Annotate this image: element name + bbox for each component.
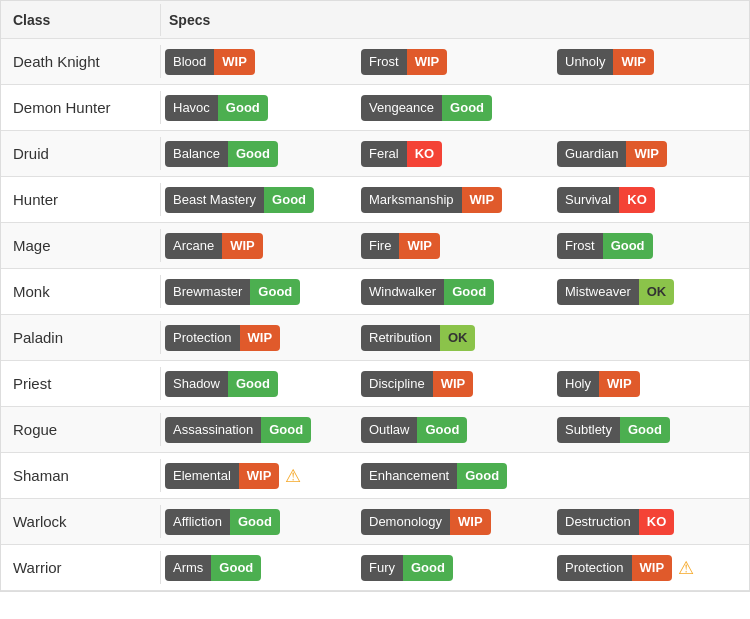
spec-name-label: Frost: [557, 233, 603, 259]
specs-wrapper: AssassinationGoodOutlawGoodSubtletyGood: [161, 415, 749, 445]
spec-status-badge: Good: [211, 555, 261, 581]
spec-name-label: Discipline: [361, 371, 433, 397]
spec-cell: HavocGood: [161, 93, 357, 123]
spec-status-badge: WIP: [239, 463, 280, 489]
spec-status-badge: Good: [230, 509, 280, 535]
spec-cell: DisciplineWIP: [357, 369, 553, 399]
spec-badge: UnholyWIP: [557, 49, 654, 75]
spec-status-badge: Good: [218, 95, 268, 121]
spec-name-label: Frost: [361, 49, 407, 75]
spec-cell: BalanceGood: [161, 139, 357, 169]
spec-badge: AfflictionGood: [165, 509, 280, 535]
spec-cell: UnholyWIP: [553, 47, 749, 77]
spec-badge: RetributionOK: [361, 325, 475, 351]
spec-cell: FuryGood: [357, 553, 553, 583]
spec-name-label: Survival: [557, 187, 619, 213]
specs-wrapper: HavocGoodVengeanceGood: [161, 93, 749, 123]
spec-badge: BrewmasterGood: [165, 279, 300, 305]
spec-status-badge: WIP: [462, 187, 503, 213]
spec-badge: DisciplineWIP: [361, 371, 473, 397]
spec-name-label: Havoc: [165, 95, 218, 121]
spec-cell: FrostGood: [553, 231, 749, 261]
spec-name-label: Arms: [165, 555, 211, 581]
spec-status-badge: Good: [250, 279, 300, 305]
spec-name-label: Demonology: [361, 509, 450, 535]
spec-name-label: Holy: [557, 371, 599, 397]
spec-cell: SurvivalKO: [553, 185, 749, 215]
spec-cell: AfflictionGood: [161, 507, 357, 537]
spec-badge: MarksmanshipWIP: [361, 187, 502, 213]
spec-name-label: Windwalker: [361, 279, 444, 305]
spec-cell: ElementalWIP⚠: [161, 461, 357, 491]
spec-badge: BloodWIP: [165, 49, 255, 75]
spec-badge: FrostWIP: [361, 49, 447, 75]
spec-status-badge: OK: [440, 325, 476, 351]
spec-cell: VengeanceGood: [357, 93, 553, 123]
spec-status-badge: WIP: [450, 509, 491, 535]
spec-cell: MarksmanshipWIP: [357, 185, 553, 215]
spec-status-badge: Good: [261, 417, 311, 443]
class-name: Death Knight: [1, 45, 161, 78]
spec-cell: GuardianWIP: [553, 139, 749, 169]
spec-name-label: Fire: [361, 233, 399, 259]
specs-wrapper: ShadowGoodDisciplineWIPHolyWIP: [161, 369, 749, 399]
spec-name-label: Balance: [165, 141, 228, 167]
class-name: Warlock: [1, 505, 161, 538]
spec-badge: FeralKO: [361, 141, 442, 167]
spec-status-badge: Good: [228, 141, 278, 167]
spec-badge: FuryGood: [361, 555, 453, 581]
spec-name-label: Enhancement: [361, 463, 457, 489]
specs-wrapper: Beast MasteryGoodMarksmanshipWIPSurvival…: [161, 185, 749, 215]
spec-name-label: Brewmaster: [165, 279, 250, 305]
specs-wrapper: ArcaneWIPFireWIPFrostGood: [161, 231, 749, 261]
spec-cell: ArcaneWIP: [161, 231, 357, 261]
spec-cell: AssassinationGood: [161, 415, 357, 445]
spec-name-label: Destruction: [557, 509, 639, 535]
spec-status-badge: Good: [620, 417, 670, 443]
table-row: Death KnightBloodWIPFrostWIPUnholyWIP: [1, 39, 749, 85]
class-name: Paladin: [1, 321, 161, 354]
spec-status-badge: KO: [407, 141, 443, 167]
spec-cell: FireWIP: [357, 231, 553, 261]
spec-cell: DemonologyWIP: [357, 507, 553, 537]
spec-status-badge: Good: [603, 233, 653, 259]
spec-name-label: Guardian: [557, 141, 626, 167]
spec-name-label: Elemental: [165, 463, 239, 489]
spec-status-badge: Good: [442, 95, 492, 121]
spec-status-badge: WIP: [399, 233, 440, 259]
spec-badge: HavocGood: [165, 95, 268, 121]
spec-cell: ShadowGood: [161, 369, 357, 399]
spec-badge: FireWIP: [361, 233, 440, 259]
spec-cell: ProtectionWIP⚠: [553, 553, 749, 583]
spec-status-badge: WIP: [240, 325, 281, 351]
table-row: ShamanElementalWIP⚠EnhancementGood: [1, 453, 749, 499]
spec-cell: SubtletyGood: [553, 415, 749, 445]
spec-name-label: Marksmanship: [361, 187, 462, 213]
specs-wrapper: BloodWIPFrostWIPUnholyWIP: [161, 47, 749, 77]
specs-wrapper: AfflictionGoodDemonologyWIPDestructionKO: [161, 507, 749, 537]
class-name: Priest: [1, 367, 161, 400]
spec-name-label: Affliction: [165, 509, 230, 535]
spec-status-badge: Good: [457, 463, 507, 489]
header-class: Class: [1, 4, 161, 36]
spec-cell: MistweaverOK: [553, 277, 749, 307]
specs-wrapper: ArmsGoodFuryGoodProtectionWIP⚠: [161, 553, 749, 583]
class-name: Mage: [1, 229, 161, 262]
table-row: WarriorArmsGoodFuryGoodProtectionWIP⚠: [1, 545, 749, 591]
spec-badge: DestructionKO: [557, 509, 674, 535]
specs-wrapper: BalanceGoodFeralKOGuardianWIP: [161, 139, 749, 169]
table-row: RogueAssassinationGoodOutlawGoodSubtlety…: [1, 407, 749, 453]
spec-badge: WindwalkerGood: [361, 279, 494, 305]
spec-cell: ProtectionWIP: [161, 323, 357, 353]
spec-name-label: Unholy: [557, 49, 613, 75]
class-name: Warrior: [1, 551, 161, 584]
spec-name-label: Beast Mastery: [165, 187, 264, 213]
spec-status-badge: WIP: [632, 555, 673, 581]
spec-cell: EnhancementGood: [357, 461, 553, 491]
spec-name-label: Feral: [361, 141, 407, 167]
spec-status-badge: Good: [403, 555, 453, 581]
spec-status-badge: WIP: [613, 49, 654, 75]
spec-badge: GuardianWIP: [557, 141, 667, 167]
spec-name-label: Subtlety: [557, 417, 620, 443]
spec-cell: BrewmasterGood: [161, 277, 357, 307]
